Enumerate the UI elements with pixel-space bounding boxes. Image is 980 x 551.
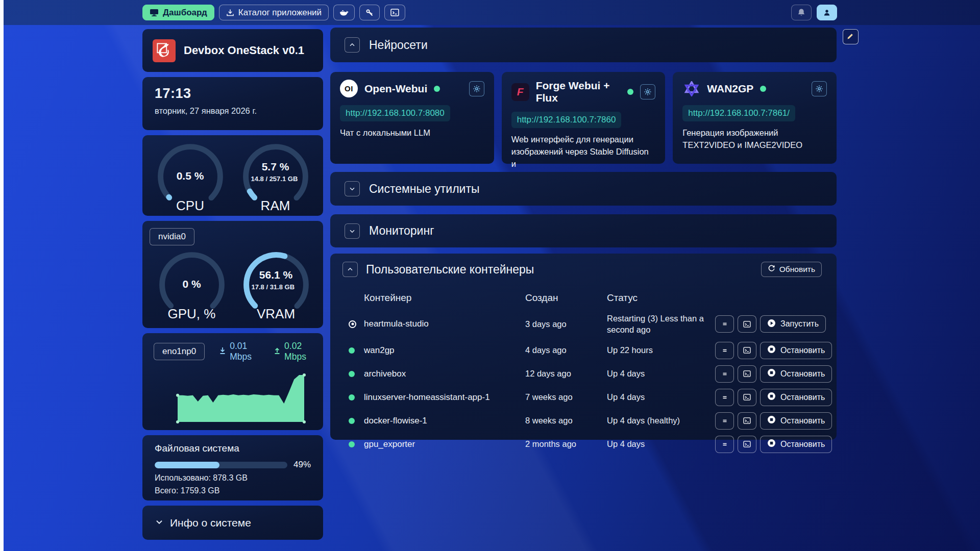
- table-row: archivebox 12 days ago Up 4 days Останов…: [342, 362, 822, 386]
- container-name: gpu_exporter: [364, 439, 525, 449]
- play-icon: [767, 319, 776, 330]
- terminal-button[interactable]: [738, 365, 756, 383]
- user-icon: [823, 9, 831, 17]
- refresh-icon: [768, 265, 775, 274]
- ram-value: 5.7 %: [238, 161, 313, 173]
- main-content: Нейросети OI Open-Webui http://192.168.1…: [330, 28, 837, 440]
- stop-icon: [767, 368, 776, 379]
- gpu-load-gauge: 0 % GPU, %: [155, 247, 229, 322]
- app-settings-button[interactable]: [640, 84, 655, 99]
- gpu-load-value: 0 %: [155, 278, 229, 290]
- container-status-dot: [349, 394, 355, 400]
- container-status: Up 4 days: [607, 438, 715, 449]
- filesystem-title: Файловая система: [155, 443, 311, 454]
- terminal-button[interactable]: [738, 315, 756, 333]
- col-status: Статус: [607, 292, 715, 304]
- app-url-link[interactable]: http://192.168.100.7:7861/: [682, 105, 795, 121]
- collapse-button[interactable]: [345, 37, 360, 53]
- container-name: archivebox: [364, 369, 525, 379]
- container-created: 12 days ago: [525, 368, 607, 379]
- brand-card: Devbox OneStack v0.1: [142, 29, 323, 72]
- cpu-value: 0.5 %: [153, 170, 228, 182]
- stop-icon: [767, 392, 776, 403]
- expand-button[interactable]: [345, 181, 360, 196]
- section-title: Мониторинг: [369, 224, 434, 238]
- section-title: Системные утилиты: [369, 182, 479, 196]
- container-name: wan2gp: [364, 345, 525, 356]
- container-status-dot: [349, 347, 355, 354]
- gpu-card: nvidia0 0 % GPU, % 56.1 % 17.8: [142, 221, 323, 328]
- terminal-button[interactable]: [738, 436, 756, 453]
- apps-row: OI Open-Webui http://192.168.100.7:8080 …: [330, 72, 837, 164]
- stop-button[interactable]: Остановить: [760, 412, 832, 430]
- pencil-icon: [847, 32, 854, 42]
- containers-table: Контейнер Создан Статус heartmula-studio…: [342, 289, 822, 456]
- section-user-containers: Пользовательские контейнеры Обновить Кон…: [330, 254, 837, 440]
- container-created: 7 weeks ago: [525, 391, 607, 403]
- logs-button[interactable]: [715, 389, 734, 406]
- stop-icon: [767, 345, 776, 356]
- refresh-button[interactable]: Обновить: [761, 262, 822, 277]
- expand-button[interactable]: [345, 223, 360, 239]
- window-edge: [0, 0, 4, 551]
- stop-button[interactable]: Остановить: [760, 389, 832, 406]
- logs-button[interactable]: [715, 412, 734, 430]
- table-row: linuxserver-homeassistant-app-1 7 weeks …: [342, 386, 822, 409]
- col-container: Контейнер: [364, 292, 525, 304]
- filesystem-progressbar: [155, 462, 287, 468]
- logs-button[interactable]: [715, 436, 734, 453]
- terminal-button[interactable]: [738, 412, 756, 430]
- start-button[interactable]: Запустить: [760, 315, 826, 333]
- container-status-dot: [349, 418, 355, 424]
- app-settings-button[interactable]: [469, 81, 484, 96]
- section-neural-networks[interactable]: Нейросети: [330, 28, 837, 62]
- container-name: docker-flowise-1: [364, 416, 525, 426]
- network-traffic-chart: [175, 369, 307, 424]
- tab-dashboard-label: Дашбоард: [163, 8, 207, 18]
- system-info-section[interactable]: Инфо о системе: [142, 506, 323, 540]
- logs-button[interactable]: [715, 365, 734, 383]
- filesystem-card: Файловая система 49% Использовано: 878.3…: [142, 435, 323, 500]
- gpu-device-chip: nvidia0: [150, 228, 194, 245]
- profile-button[interactable]: [817, 5, 837, 20]
- vram-value: 56.1 %: [239, 269, 313, 281]
- filesystem-percent: 49%: [293, 460, 311, 470]
- section-title: Нейросети: [369, 38, 428, 52]
- app-name: WAN2GP: [707, 83, 753, 95]
- logs-button[interactable]: [715, 342, 734, 359]
- app-description: Web интерфейс для генерации изображений …: [511, 134, 656, 170]
- section-system-utils[interactable]: Системные утилиты: [330, 172, 837, 206]
- stop-button[interactable]: Остановить: [760, 436, 832, 453]
- monitor-icon: [150, 9, 159, 16]
- container-status: Up 4 days: [607, 368, 715, 379]
- app-description: Чат с локальными LLM: [340, 127, 484, 139]
- container-status: Up 4 days (healthy): [607, 415, 715, 426]
- stop-button[interactable]: Остановить: [760, 342, 832, 359]
- notifications-button[interactable]: [791, 5, 812, 20]
- tab-dashboard[interactable]: Дашбоард: [142, 5, 214, 20]
- table-row: docker-flowise-1 8 weeks ago Up 4 days (…: [342, 409, 822, 433]
- terminal-button[interactable]: [738, 389, 756, 406]
- collapse-button[interactable]: [342, 262, 358, 277]
- app-url-link[interactable]: http://192.168.100.7:7860: [511, 112, 622, 128]
- section-title: Пользовательские контейнеры: [366, 263, 534, 277]
- key-button[interactable]: [359, 5, 380, 20]
- app-card-forge: F Forge Webui + Flux http://192.168.100.…: [502, 72, 666, 164]
- section-monitoring[interactable]: Мониторинг: [330, 214, 837, 247]
- logs-button[interactable]: [715, 315, 734, 333]
- col-created: Создан: [525, 292, 607, 304]
- table-row: gpu_exporter 2 months ago Up 4 days Оста…: [342, 433, 822, 456]
- docker-button[interactable]: [333, 5, 355, 20]
- online-status-dot: [434, 86, 440, 92]
- clock-date: вторник, 27 января 2026 г.: [155, 106, 311, 116]
- edit-dashboard-button[interactable]: [843, 29, 859, 44]
- terminal-button[interactable]: [738, 342, 756, 359]
- app-settings-button[interactable]: [812, 81, 827, 96]
- brand-title: Devbox OneStack v0.1: [184, 44, 304, 57]
- stop-button[interactable]: Остановить: [760, 365, 832, 383]
- cpu-ram-card: 0.5 % CPU 5.7 % 14.8 / 257.1 GB RAM: [142, 135, 323, 216]
- tab-app-catalog[interactable]: Каталог приложений: [219, 5, 329, 20]
- upload-speed: 0.02 Mbps: [274, 341, 314, 362]
- app-url-link[interactable]: http://192.168.100.7:8080: [340, 105, 450, 121]
- terminal-button[interactable]: [384, 5, 405, 20]
